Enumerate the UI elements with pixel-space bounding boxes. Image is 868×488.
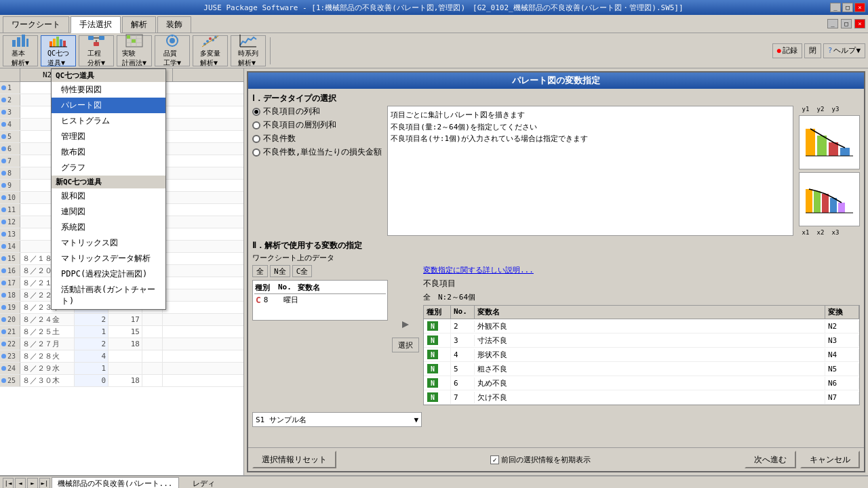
sample-row: S1 サンプル名 ▼: [252, 412, 860, 427]
title-bar: JUSE Package Software - [1:機械部品の不良改善(パレー…: [0, 0, 868, 15]
select-btn[interactable]: 選択: [392, 338, 419, 352]
right-description-area: 項目ごとに集計しパレート図を描きます 不良項目(量:2～64個)を指定してくださ…: [387, 106, 793, 236]
c-all-btn[interactable]: C全: [292, 265, 313, 277]
table-row[interactable]: N 7 欠け不良 N7: [424, 390, 859, 405]
chart-previews: y1 y2 y3: [799, 106, 860, 236]
menu-affinity[interactable]: 親和図: [52, 188, 165, 204]
chart-preview-2[interactable]: [799, 172, 860, 226]
checkbox-text: 前回の選択情報を初期表示: [501, 455, 591, 465]
menu-worksheet[interactable]: ワークシート: [3, 16, 69, 33]
menu-matrix-data[interactable]: マトリックスデータ解析: [52, 251, 165, 266]
section2-label: Ⅱ．解析で使用する変数の指定: [252, 240, 860, 251]
sheet-tab[interactable]: 機械部品の不良改善(パレート...: [52, 477, 179, 489]
minimize-button[interactable]: _: [830, 3, 841, 12]
n-icon: N: [427, 392, 438, 402]
main-area: N2 ● N3 形状不良 形 QC七つ道具 特性要因図 パレート図 ヒストグラム…: [0, 68, 868, 475]
cancel-btn[interactable]: キャンセル: [800, 451, 860, 468]
c-list[interactable]: 種別 No. 変数名 C 8 曜日: [252, 280, 388, 321]
multivar-label: 多変量解析▼: [200, 49, 220, 68]
menu-charact-diagram[interactable]: 特性要因図: [52, 82, 165, 98]
qc7-btn[interactable]: QC七つ道具▼: [41, 35, 76, 66]
n-icon: N: [427, 336, 438, 345]
n-all-btn[interactable]: N全: [270, 265, 290, 277]
maximize-button[interactable]: □: [842, 3, 853, 12]
chart-preview-row2: x1 x2 x3: [799, 229, 860, 236]
record-btn[interactable]: ● 記録: [772, 43, 802, 58]
menu-decoration[interactable]: 装飾: [157, 16, 191, 33]
table-row[interactable]: N 2 外観不良 N2: [424, 319, 859, 333]
var-link[interactable]: 変数指定に関する詳しい説明...: [423, 265, 860, 275]
chart-preview-1[interactable]: [799, 115, 860, 169]
nav-last-btn[interactable]: ►|: [39, 478, 50, 488]
qe-btn[interactable]: 品質工学▼: [155, 35, 190, 66]
menu-gantt[interactable]: 活動計画表(ガントチャート): [52, 282, 165, 309]
sub-minimize[interactable]: _: [827, 19, 838, 28]
all-btn[interactable]: 全: [252, 265, 268, 277]
menu-control-chart[interactable]: 管理図: [52, 129, 165, 144]
reset-btn[interactable]: 選択情報リセット: [252, 451, 336, 468]
checkbox-label[interactable]: ✓ 前回の選択情報を初期表示: [490, 455, 591, 465]
radio-label-0: 不良項目の列和: [263, 106, 320, 117]
radio-circle-2[interactable]: [252, 135, 260, 143]
menu-histogram[interactable]: ヒストグラム: [52, 113, 165, 129]
radio-item-1[interactable]: 不良項目の層別列和: [252, 119, 382, 131]
footer-checkbox-area: ✓ 前回の選択情報を初期表示: [490, 455, 591, 465]
data-type-section: 不良項目の列和 不良項目の層別列和 不良件数: [252, 106, 860, 236]
checkbox[interactable]: ✓: [490, 455, 499, 464]
next-btn[interactable]: 次へ進む: [745, 451, 796, 468]
menu-matrix[interactable]: マトリックス図: [52, 235, 165, 251]
n-icon: N: [427, 350, 438, 359]
radio-circle-3[interactable]: [252, 148, 260, 157]
radio-item-0[interactable]: 不良項目の列和: [252, 106, 382, 117]
th-no: No.: [451, 306, 475, 319]
section1-label: Ⅰ．データタイプの選択: [252, 93, 860, 104]
table-row: 25 ８／３０木 0 18: [0, 375, 243, 387]
sub-close[interactable]: ×: [854, 19, 865, 28]
chart-preview-row1: y1 y2 y3: [799, 106, 860, 113]
radio-item-3[interactable]: 不良件数,単位当たりの損失金額: [252, 146, 382, 158]
menu-analysis[interactable]: 解析: [122, 16, 156, 33]
menu-system[interactable]: 系統図: [52, 220, 165, 235]
svg-rect-4: [50, 41, 52, 47]
process-btn[interactable]: 工程分析▼: [79, 35, 114, 66]
multivar-btn[interactable]: 多変量解析▼: [193, 35, 228, 66]
nav-first-btn[interactable]: |◄: [3, 478, 14, 488]
svg-rect-21: [132, 39, 136, 43]
basic-analysis-btn[interactable]: 基本解析▼: [3, 35, 38, 66]
var-table-header: 種別 No. 変数名 変換: [424, 306, 859, 319]
menu-method-select[interactable]: 手法選択: [71, 16, 121, 33]
menu-pdpc[interactable]: PDPC(過程決定計画図): [52, 266, 165, 282]
doe-btn[interactable]: 実験計画法▼: [117, 35, 152, 66]
menu-relation[interactable]: 連関図: [52, 204, 165, 220]
toolbar: 基本解析▼ QC七つ道具▼ 工程分析▼: [0, 33, 868, 68]
count-row: 全 N:2～64個: [423, 292, 860, 302]
svg-rect-33: [806, 129, 815, 156]
list-item[interactable]: C 8 曜日: [254, 294, 386, 306]
table-row[interactable]: N 3 寸法不良 N3: [424, 333, 859, 348]
table-row[interactable]: N 4 形状不良 N4: [424, 348, 859, 362]
timeseries-btn[interactable]: 時系列解析▼: [231, 35, 266, 66]
status-text: レディ: [193, 479, 215, 489]
worksheet-label: ワークシート上のデータ: [252, 253, 860, 263]
sample-dropdown[interactable]: S1 サンプル名 ▼: [252, 412, 422, 427]
th-conv: 変換: [825, 306, 859, 319]
table-row: 24 ８／２９水 1: [0, 363, 243, 375]
radio-circle-0[interactable]: [252, 108, 260, 116]
close-btn[interactable]: 閉: [804, 43, 821, 58]
count-label: 全 N:2～64個: [423, 292, 475, 302]
svg-rect-42: [838, 203, 845, 213]
menu-graph[interactable]: グラフ: [52, 160, 165, 176]
radio-item-2[interactable]: 不良件数: [252, 133, 382, 144]
table-row[interactable]: N 6 丸め不良 N6: [424, 376, 859, 390]
table-row[interactable]: N 5 粗さ不良 N5: [424, 362, 859, 376]
menu-pareto[interactable]: パレート図: [52, 98, 165, 113]
footer-right: 次へ進む キャンセル: [745, 451, 860, 468]
menu-scatter[interactable]: 散布図: [52, 144, 165, 160]
sub-restore[interactable]: □: [841, 19, 852, 28]
help-btn[interactable]: ? ヘルプ▼: [823, 43, 865, 58]
var-table[interactable]: 種別 No. 変数名 変換 N 2 外観不良: [423, 305, 860, 405]
radio-circle-1[interactable]: [252, 121, 260, 129]
nav-next-btn[interactable]: ►: [27, 478, 38, 488]
close-button[interactable]: ×: [854, 3, 865, 12]
nav-prev-btn[interactable]: ◄: [15, 478, 26, 488]
